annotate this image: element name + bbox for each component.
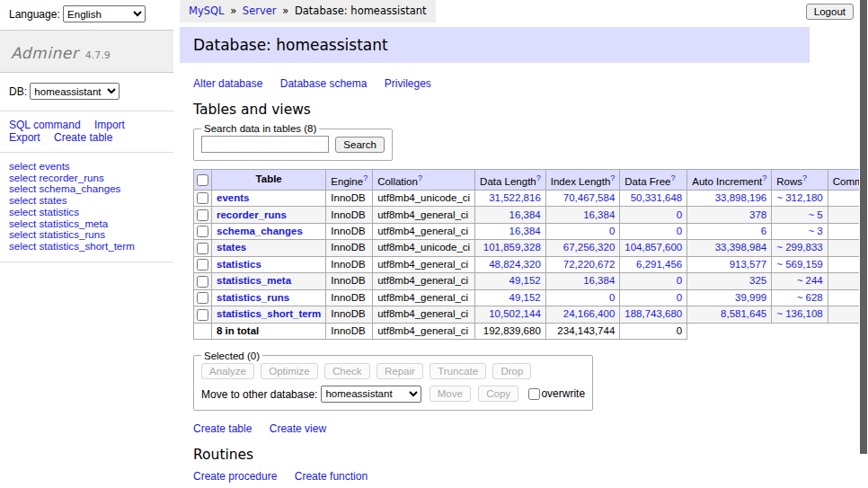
row-checkbox[interactable] xyxy=(197,192,208,204)
row-checkbox[interactable] xyxy=(197,259,208,271)
auto-increment-link[interactable]: 325 xyxy=(749,275,766,286)
sidebar-table-link-statistics[interactable]: select statistics xyxy=(9,206,79,217)
column-help-link[interactable]: ? xyxy=(670,173,675,182)
data-length-link[interactable]: 10,502,144 xyxy=(489,308,541,319)
rows-count-link[interactable]: ~ 136,108 xyxy=(776,308,822,319)
auto-increment-link[interactable]: 6 xyxy=(761,226,766,236)
create-function-link[interactable]: Create function xyxy=(295,470,368,483)
data-free-link[interactable]: 0 xyxy=(677,209,682,220)
table-name-link[interactable]: recorder_runs xyxy=(217,209,287,220)
sidebar-table-link-schema-changes[interactable]: select schema_changes xyxy=(9,182,120,194)
import-link[interactable]: Import xyxy=(94,119,125,131)
data-free-link[interactable]: 6,291,456 xyxy=(636,259,682,270)
sidebar-table-link-statistics-meta[interactable]: select statistics_meta xyxy=(9,217,108,229)
data-free-link[interactable]: 0 xyxy=(677,275,682,286)
data-free-link[interactable]: 50,331,648 xyxy=(631,192,683,203)
alter-database-link[interactable]: Alter database xyxy=(193,77,262,90)
table-name-link[interactable]: statistics_runs xyxy=(217,292,289,303)
column-help-link[interactable]: ? xyxy=(418,173,422,182)
truncate-button[interactable]: Truncate xyxy=(430,363,486,379)
data-free-link[interactable]: 0 xyxy=(677,292,682,303)
data-length-link[interactable]: 16,384 xyxy=(509,226,541,236)
auto-increment-link[interactable]: 378 xyxy=(749,209,766,220)
row-checkbox[interactable] xyxy=(197,292,208,304)
analyze-button[interactable]: Analyze xyxy=(201,363,254,379)
sidebar-table-link-statistics-runs[interactable]: select statistics_runs xyxy=(9,228,105,240)
table-name-link[interactable]: events xyxy=(217,192,249,203)
row-checkbox[interactable] xyxy=(197,209,208,221)
column-help-link[interactable]: ? xyxy=(536,173,541,182)
row-checkbox[interactable] xyxy=(197,243,208,254)
row-checkbox[interactable] xyxy=(197,276,208,288)
create-table-link[interactable]: Create table xyxy=(193,422,252,435)
index-length-link[interactable]: 67,256,320 xyxy=(563,242,616,253)
repair-button[interactable]: Repair xyxy=(376,363,423,379)
check-button[interactable]: Check xyxy=(324,363,370,379)
sql-command-link[interactable]: SQL command xyxy=(9,119,81,131)
data-length-link[interactable]: 101,859,328 xyxy=(483,242,541,253)
column-help-link[interactable]: ? xyxy=(762,173,766,182)
scrollbar-thumb[interactable] xyxy=(860,0,867,454)
index-length-link[interactable]: 16,384 xyxy=(583,275,615,286)
sidebar-table-link-recorder-runs[interactable]: select recorder_runs xyxy=(9,172,104,183)
rows-count-link[interactable]: ~ 5 xyxy=(808,209,822,220)
export-link[interactable]: Export xyxy=(9,131,40,144)
auto-increment-link[interactable]: 8,581,645 xyxy=(721,308,766,319)
select-all-checkbox[interactable] xyxy=(197,174,208,186)
data-length-link[interactable]: 49,152 xyxy=(509,292,541,303)
auto-increment-link[interactable]: 39,999 xyxy=(735,292,766,303)
rows-count-link[interactable]: ~ 569,159 xyxy=(776,259,822,270)
rows-count-link[interactable]: ~ 244 xyxy=(797,275,823,286)
rows-count-link[interactable]: ~ 628 xyxy=(797,292,823,303)
column-help-link[interactable]: ? xyxy=(610,173,615,182)
sidebar-table-link-statistics-short-term[interactable]: select statistics_short_term xyxy=(9,240,135,252)
data-length-link[interactable]: 48,824,320 xyxy=(489,259,541,270)
data-free-link[interactable]: 0 xyxy=(677,226,682,236)
data-length-link[interactable]: 16,384 xyxy=(509,209,541,220)
data-length-link[interactable]: 49,152 xyxy=(509,275,541,286)
rows-count-link[interactable]: ~ 299,833 xyxy=(776,242,822,253)
overwrite-checkbox[interactable] xyxy=(528,388,540,400)
row-checkbox[interactable] xyxy=(197,309,208,321)
create-table-link-sidebar[interactable]: Create table xyxy=(54,131,112,144)
sidebar-table-link-states[interactable]: select states xyxy=(9,194,66,206)
table-name-link[interactable]: schema_changes xyxy=(217,226,303,236)
table-name-link[interactable]: statistics xyxy=(217,259,261,270)
data-free-link[interactable]: 104,857,600 xyxy=(624,242,682,253)
privileges-link[interactable]: Privileges xyxy=(385,77,431,90)
index-length-link[interactable]: 0 xyxy=(609,292,615,303)
rows-count-link[interactable]: ~ 3 xyxy=(808,226,822,236)
move-database-select[interactable]: homeassistant xyxy=(321,386,421,403)
data-length-link[interactable]: 31,522,816 xyxy=(489,192,541,203)
row-checkbox[interactable] xyxy=(197,226,208,237)
drop-button[interactable]: Drop xyxy=(492,363,531,379)
language-select[interactable]: English xyxy=(63,5,146,22)
index-length-link[interactable]: 72,220,672 xyxy=(563,259,616,270)
optimize-button[interactable]: Optimize xyxy=(261,363,317,379)
index-length-link[interactable]: 24,166,400 xyxy=(563,308,616,319)
create-procedure-link[interactable]: Create procedure xyxy=(193,470,277,483)
column-help-link[interactable]: ? xyxy=(802,173,807,182)
search-button[interactable]: Search xyxy=(335,137,384,153)
move-button[interactable]: Move xyxy=(430,386,471,402)
index-length-link[interactable]: 16,384 xyxy=(583,209,615,220)
table-name-link[interactable]: statistics_meta xyxy=(217,275,291,286)
data-free-link[interactable]: 188,743,680 xyxy=(624,308,682,319)
scrollbar-track[interactable] xyxy=(859,0,868,488)
copy-button[interactable]: Copy xyxy=(478,386,518,402)
rows-count-link[interactable]: ~ 312,180 xyxy=(776,192,822,203)
index-length-link[interactable]: 0 xyxy=(609,226,615,236)
table-name-link[interactable]: statistics_short_term xyxy=(217,308,321,319)
column-help-link[interactable]: ? xyxy=(363,173,368,182)
auto-increment-link[interactable]: 913,577 xyxy=(730,259,767,270)
sidebar-table-link-events[interactable]: select events xyxy=(9,160,70,172)
auto-increment-link[interactable]: 33,898,196 xyxy=(715,192,767,203)
auto-increment-link[interactable]: 33,398,984 xyxy=(715,242,767,253)
database-schema-link[interactable]: Database schema xyxy=(280,77,368,90)
logout-button[interactable]: Logout xyxy=(806,4,854,20)
index-length-link[interactable]: 70,467,584 xyxy=(563,192,616,203)
db-select[interactable]: homeassistant xyxy=(30,83,120,100)
search-input[interactable] xyxy=(201,136,329,153)
table-name-link[interactable]: states xyxy=(217,242,246,253)
create-view-link[interactable]: Create view xyxy=(270,422,326,435)
